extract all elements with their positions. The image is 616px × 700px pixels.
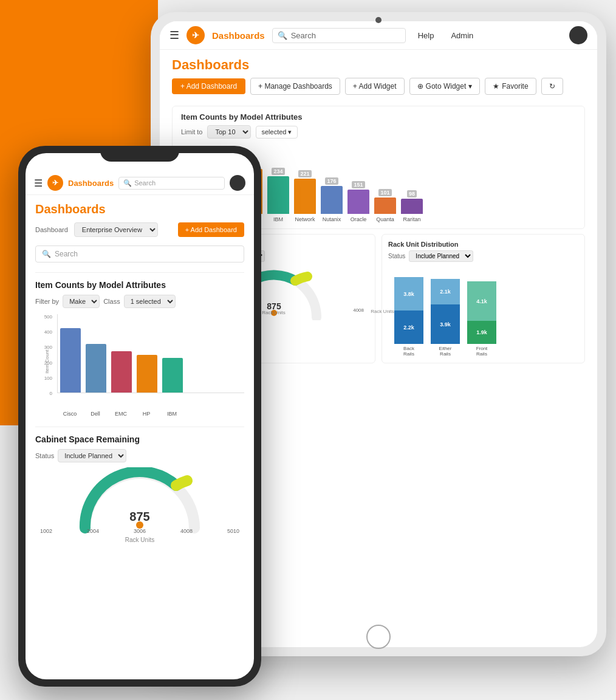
phone-gauge-svg: 875 (79, 467, 200, 534)
phone-nav-title: Dashboards (68, 179, 114, 188)
tablet-page-title: Dashboards (160, 50, 597, 78)
phone-bar-label: HP (136, 411, 157, 417)
phone-status-label: Status (35, 452, 54, 459)
phone-bars-container (57, 314, 244, 393)
phone-gauge: 875 1002 2004 3006 4008 5010 (35, 467, 244, 534)
tablet-nav-title: Dashboards (212, 30, 265, 41)
rack-bar-group: 3.8k2.2kBack Rails (394, 277, 423, 357)
y-label-400: 400 (44, 329, 52, 335)
help-button[interactable]: Help (413, 29, 439, 43)
phone-avatar[interactable] (230, 175, 245, 191)
y-label-100: 100 (44, 376, 52, 381)
phone-bar-x-labels: CiscoDellEMCHPIBM (35, 411, 244, 417)
divider2 (35, 427, 244, 427)
limit-to-label: Limit to (181, 128, 202, 136)
make-select[interactable]: Make (63, 295, 100, 308)
y-label-0: 0 (50, 391, 52, 396)
add-dashboard-button[interactable]: + Add Dashboard (172, 78, 245, 94)
phone-bar (60, 328, 81, 393)
gauge-label-3006: 3006 (134, 528, 146, 534)
tablet-avatar[interactable] (569, 26, 587, 44)
gauge-unit-label: Rack Units (35, 537, 244, 543)
phone-logo: ✈ (47, 175, 63, 191)
tablet-topbar: ☰ ✈ Dashboards 🔍 Search Help Admin (160, 21, 597, 50)
divider1 (35, 272, 244, 273)
phone-widget1-filters: Filter by Make Class 1 selected (35, 295, 244, 308)
class-select[interactable]: 1 selected (124, 295, 176, 308)
tablet-widget1-title: Item Counts by Model Attributes (181, 112, 576, 122)
filter-by-label: Filter by (35, 298, 59, 305)
phone-search-text: Search (55, 250, 78, 258)
phone-topbar: ☰ ✈ Dashboards 🔍 Search (26, 171, 254, 195)
hamburger-icon[interactable]: ☰ (169, 29, 179, 42)
tablet-bar-item: 98Raritan (401, 190, 423, 222)
gauge-label-1002: 1002 (40, 528, 52, 534)
svg-text:875: 875 (129, 510, 149, 523)
dashboard-label: Dashboard (35, 226, 68, 233)
phone-widget2-title: Cabinet Space Remaining (35, 434, 244, 444)
tablet-widget1-filters: Limit to Top 10 selected ▾ (181, 125, 576, 139)
manage-dashboards-button[interactable]: + Manage Dashboards (250, 78, 340, 95)
selected-filter[interactable]: selected ▾ (256, 126, 297, 139)
tablet-search-box[interactable]: 🔍 Search (272, 28, 406, 43)
phone-bar (162, 358, 183, 393)
favorite-button[interactable]: ★ Favorite (485, 78, 536, 95)
phone-widget2: Cabinet Space Remaining Status Include P… (35, 427, 244, 543)
rack-status-label: Status (388, 253, 405, 259)
goto-icon: ⊕ (417, 82, 423, 91)
phone-bar-label: Dell (85, 411, 106, 417)
tablet-camera (375, 17, 382, 23)
phone-status-row: Status Include Planned (35, 449, 244, 462)
gauge-label-2004: 2004 (87, 528, 99, 534)
phone-bar (111, 351, 132, 393)
limit-to-select[interactable]: Top 10 (207, 125, 251, 139)
rack-title: Rack Unit Distribution (388, 241, 578, 248)
phone-bar (86, 344, 106, 393)
phone-page-title: Dashboards (35, 202, 244, 216)
gauge-label-5010: 5010 (227, 528, 239, 534)
phone-bar (137, 355, 157, 393)
gauge-label-4008: 4008 (180, 528, 193, 534)
y-label-500: 500 (44, 314, 52, 320)
phone-bar-label: IBM (162, 411, 182, 417)
chevron-down-icon: ▾ (468, 82, 472, 91)
phone-bar-label: Cisco (60, 411, 80, 417)
phone-search-icon2: 🔍 (42, 250, 51, 258)
phone-page: Dashboards Dashboard Enterprise Overview… (26, 195, 254, 673)
phone-add-dashboard-button[interactable]: + Add Dashboard (178, 222, 244, 237)
phone-bar-label: EMC (111, 411, 131, 417)
rack-status-select[interactable]: Include Planned (409, 250, 473, 262)
phone-notch (100, 146, 179, 162)
phone-search-placeholder: Search (134, 179, 156, 187)
rack-bar-group: 2.1k3.9kEither Rails (431, 279, 460, 357)
tablet-logo: ✈ (187, 26, 205, 44)
phone-device: ☰ ✈ Dashboards 🔍 Search Dashboards Dashb… (18, 146, 261, 687)
phone-bar-chart: 500 400 300 200 100 0 Item Count (35, 314, 244, 408)
tablet-bar-item: 221Network (294, 170, 316, 222)
tablet-bar-item: 151Oracle (347, 181, 369, 222)
class-label: Class (103, 298, 120, 305)
refresh-button[interactable]: ↻ (541, 78, 563, 95)
goto-widget-button[interactable]: ⊕ Goto Widget ▾ (409, 78, 481, 95)
phone-dashboard-row: Dashboard Enterprise Overview + Add Dash… (35, 222, 244, 237)
tablet-toolbar: + Add Dashboard + Manage Dashboards + Ad… (160, 78, 597, 101)
phone-topbar-search[interactable]: 🔍 Search (118, 177, 225, 190)
rack-bar-group: 4.1k1.9kFront Rails (467, 281, 496, 357)
phone-search-field[interactable]: 🔍 Search (35, 245, 244, 262)
phone-search-icon: 🔍 (123, 179, 132, 187)
phone-widget1-title: Item Counts by Model Attributes (35, 280, 244, 290)
phone-status-select[interactable]: Include Planned (58, 449, 126, 462)
tablet-bar-item: 101Quanta (374, 189, 396, 222)
admin-button[interactable]: Admin (446, 29, 478, 43)
tablet-bar-item: 176Nutanix (321, 177, 343, 222)
phone-widget1: Item Counts by Model Attributes Filter b… (35, 280, 244, 417)
search-icon: 🔍 (278, 31, 287, 40)
y-axis-title: Item Count (44, 349, 50, 373)
tablet-bar-item: 234IBM (267, 168, 289, 222)
tablet-search-placeholder: Search (291, 31, 316, 40)
phone-hamburger-icon[interactable]: ☰ (34, 177, 43, 189)
phone-screen: ☰ ✈ Dashboards 🔍 Search Dashboards Dashb… (26, 153, 254, 679)
tablet-home-button[interactable] (366, 625, 391, 649)
dashboard-select[interactable]: Enterprise Overview (74, 222, 158, 237)
add-widget-button[interactable]: + Add Widget (345, 78, 405, 95)
